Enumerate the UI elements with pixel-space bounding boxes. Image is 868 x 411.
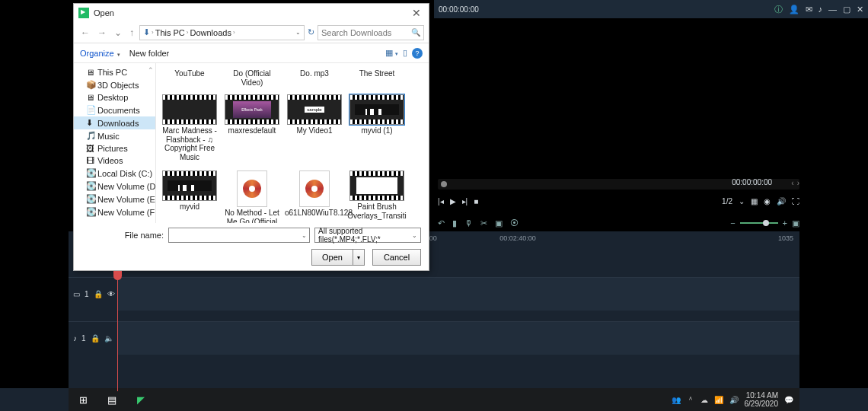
mail-icon[interactable]: ✉ — [806, 5, 812, 14]
dialog-titlebar[interactable]: Open ✕ — [74, 4, 429, 22]
track-visibility-icon[interactable]: 👁 — [107, 290, 115, 298]
scroll-up-icon[interactable]: ⌃ — [148, 66, 154, 74]
chevron-right-icon[interactable]: › — [152, 29, 154, 36]
chevron-right-icon[interactable]: › — [187, 29, 189, 36]
chevron-right-icon[interactable]: › — [233, 29, 235, 36]
tool-cut-icon[interactable]: ✂ — [480, 218, 487, 228]
next-frame-icon[interactable]: ▸| — [462, 197, 468, 206]
breadcrumb-item[interactable]: This PC — [155, 28, 185, 37]
tray-cloud-icon[interactable]: ☁ — [700, 396, 708, 404]
preview-seek-track[interactable]: ‹ › 00:00:00:00 — [438, 179, 799, 190]
cancel-button[interactable]: Cancel — [372, 249, 421, 266]
bell-icon[interactable]: ♪ — [819, 5, 823, 14]
track-mute-icon[interactable]: 🔈 — [104, 334, 113, 342]
tree-item[interactable]: 📄Documents — [74, 104, 155, 116]
preview-pane-icon[interactable]: ▯ — [403, 48, 407, 58]
file-item[interactable]: Effects Packmaxresdefault — [222, 93, 282, 163]
track-lock-icon[interactable]: 🔒 — [94, 290, 103, 298]
filetype-filter[interactable]: All supported files(*.MP4;*.FLV;* ⌄ — [314, 228, 421, 243]
tree-item[interactable]: 💽New Volume (D:) — [74, 180, 155, 193]
tree-item[interactable]: 📦3D Objects — [74, 78, 155, 91]
help-icon[interactable]: ⓘ — [774, 4, 783, 15]
volume-icon[interactable]: 🔊 — [777, 197, 786, 206]
folder-tree[interactable]: ⌃ 🖥This PC📦3D Objects🖥Desktop📄Documents⬇… — [74, 63, 156, 223]
filename-dropdown-icon[interactable]: ⌄ — [298, 232, 309, 239]
preview-ratio[interactable]: 1/2 — [722, 197, 732, 206]
seek-next-icon[interactable]: › — [797, 179, 799, 187]
zoom-out-icon[interactable]: − — [730, 218, 735, 228]
tool-mic-icon[interactable]: 🎙 — [464, 218, 473, 228]
tray-up-icon[interactable]: ＾ — [687, 394, 694, 405]
file-item[interactable]: Do (Official Video) — [222, 68, 282, 88]
file-item[interactable]: The Street — [346, 68, 407, 88]
notifications-icon[interactable]: 💬 — [784, 396, 793, 404]
file-item[interactable]: sampleMy Video1 — [284, 93, 345, 163]
filter-dropdown-icon[interactable]: ⌄ — [412, 232, 417, 239]
zoom-fit-icon[interactable]: ▣ — [792, 218, 799, 228]
back-icon[interactable]: ← — [78, 27, 92, 38]
tray-people-icon[interactable]: 👥 — [672, 396, 681, 404]
zoom-in-icon[interactable]: + — [783, 218, 787, 228]
stop-icon[interactable]: ■ — [474, 197, 478, 206]
seek-handle[interactable] — [441, 181, 447, 187]
tool-crop-icon[interactable]: ▣ — [495, 218, 503, 228]
close-icon[interactable]: ✕ — [857, 5, 863, 14]
task-view-button[interactable]: ▤ — [97, 388, 126, 411]
track-lock-icon[interactable]: 🔒 — [91, 334, 100, 342]
play-icon[interactable]: ▶ — [450, 197, 456, 206]
tree-item[interactable]: 💽New Volume (E:) — [74, 193, 155, 206]
file-item[interactable]: Marc Madness - Flashback - ♫ Copyright F… — [159, 93, 220, 163]
recent-caret-icon[interactable]: ⌄ — [112, 27, 124, 38]
search-box[interactable]: 🔍 — [318, 25, 424, 40]
grid-icon[interactable]: ▦ — [751, 197, 758, 206]
file-item[interactable]: Do. mp3 — [284, 68, 345, 88]
organize-menu[interactable]: Organize ▾ — [80, 49, 120, 58]
tree-item[interactable]: 🎞Videos — [74, 155, 155, 167]
file-item[interactable]: myvid — [159, 169, 220, 223]
video-track-body[interactable] — [117, 278, 799, 311]
tree-item[interactable]: 🖥Desktop — [74, 91, 155, 104]
breadcrumb[interactable]: ⬇ › This PC › Downloads › ⌄ — [139, 25, 305, 40]
audio-track-body[interactable] — [117, 322, 799, 355]
filename-input[interactable] — [169, 231, 298, 240]
tool-mark-icon[interactable]: ▮ — [452, 218, 457, 228]
ratio-caret-icon[interactable]: ⌄ — [739, 197, 745, 206]
breadcrumb-item[interactable]: Downloads — [190, 28, 231, 37]
forward-icon[interactable]: → — [95, 27, 109, 38]
fullscreen-icon[interactable]: ⛶ — [792, 197, 799, 206]
open-button[interactable]: Open — [311, 249, 353, 266]
snapshot-icon[interactable]: ◉ — [764, 197, 771, 206]
new-folder-button[interactable]: New folder — [129, 49, 170, 58]
maximize-icon[interactable]: ▢ — [843, 5, 850, 14]
help-icon[interactable]: ? — [412, 48, 423, 59]
file-item[interactable]: myvid (1) — [346, 93, 407, 163]
playhead[interactable] — [117, 277, 118, 391]
app-button[interactable]: ◤ — [126, 388, 155, 411]
prev-frame-icon[interactable]: |◂ — [438, 197, 444, 206]
up-icon[interactable]: ↑ — [127, 27, 136, 38]
user-icon[interactable]: 👤 — [789, 5, 799, 14]
file-item[interactable]: Paint Brush Overlays_Transiti — [346, 169, 407, 223]
tray-wifi-icon[interactable]: 📶 — [714, 396, 723, 404]
system-clock[interactable]: 10:14 AM 6/29/2020 — [745, 391, 779, 409]
zoom-slider[interactable] — [740, 222, 778, 224]
tree-item[interactable]: 🎵Music — [74, 129, 155, 142]
minimize-icon[interactable]: — — [828, 5, 837, 14]
tree-item[interactable]: 💽Local Disk (C:) — [74, 167, 155, 180]
view-mode-icon[interactable]: ▦ ▾ — [385, 48, 398, 58]
tree-item[interactable]: 🖼Pictures — [74, 142, 155, 155]
file-item[interactable]: YouTube — [159, 68, 220, 88]
breadcrumb-root-icon[interactable]: ⬇ — [143, 27, 150, 37]
audio-track[interactable]: ♪ 1 🔒 🔈 — [69, 321, 799, 355]
filename-combo[interactable]: ⌄ — [168, 228, 310, 243]
video-track[interactable]: ▭ 1 🔒 👁 — [69, 277, 799, 311]
tray-volume-icon[interactable]: 🔊 — [729, 396, 739, 404]
tree-item[interactable]: 🖥This PC — [74, 66, 155, 78]
search-input[interactable] — [321, 28, 411, 37]
close-icon[interactable]: ✕ — [409, 7, 424, 19]
file-item[interactable]: No Method - Let Me Go (Official — [222, 169, 282, 223]
tool-record-icon[interactable]: ⦿ — [510, 218, 519, 228]
search-icon[interactable]: 🔍 — [411, 28, 420, 37]
file-item[interactable]: o61LN80WiuT8.128 — [284, 169, 345, 223]
undo-icon[interactable]: ↶ — [438, 218, 445, 228]
